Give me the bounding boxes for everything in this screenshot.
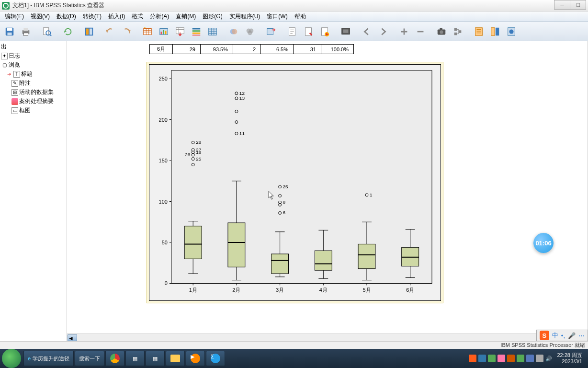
taskbar-media[interactable]: ▶ <box>186 351 205 366</box>
mic-icon[interactable]: 🎤 <box>568 332 576 339</box>
arrow-left-icon[interactable] <box>359 24 374 39</box>
menu-transform[interactable]: 转换(T) <box>80 12 104 22</box>
ime-punct[interactable]: •, <box>561 332 565 339</box>
outline-browse[interactable]: ▢浏览 <box>1 60 66 69</box>
notes-icon: ✎ <box>11 80 18 87</box>
redo-icon[interactable] <box>119 24 134 39</box>
svg-rect-44 <box>491 27 495 35</box>
print-icon[interactable] <box>18 24 34 39</box>
sogou-icon[interactable]: S <box>540 331 549 340</box>
menu-graphs[interactable]: 图形(G) <box>200 12 225 22</box>
table-cell: 6.5% <box>261 45 294 54</box>
system-tray[interactable]: 🔊 22:28 周五 2023/3/1 <box>466 352 588 365</box>
minimize-button[interactable]: ─ <box>554 0 570 10</box>
data-list-icon[interactable] <box>189 24 204 39</box>
taskbar-chrome[interactable] <box>105 351 124 366</box>
tray-icon[interactable] <box>488 355 496 362</box>
svg-rect-83 <box>228 223 245 267</box>
reload-icon[interactable] <box>60 24 76 39</box>
taskbar-grid2[interactable]: ▦ <box>146 351 165 366</box>
menu-window[interactable]: 窗口(W) <box>264 12 290 22</box>
grid-icon: ▦ <box>133 356 137 362</box>
menu-analyze[interactable]: 分析(A) <box>147 12 172 22</box>
svg-point-47 <box>509 29 513 34</box>
grid-icon: ▦ <box>153 356 158 362</box>
venn-icon[interactable] <box>226 24 241 39</box>
insert-table-icon[interactable] <box>140 24 155 39</box>
timer-badge[interactable]: 01:06 <box>533 233 554 253</box>
taskbar-search[interactable]: 搜索一下 <box>75 351 104 366</box>
tray-volume-icon[interactable]: 🔊 <box>545 356 552 362</box>
venn3-icon[interactable] <box>242 24 258 39</box>
svg-rect-5 <box>23 33 28 35</box>
taskbar-grid1[interactable]: ▦ <box>125 351 145 366</box>
tray-icon[interactable] <box>478 355 486 362</box>
menu-help[interactable]: 帮助 <box>292 12 309 22</box>
maximize-button[interactable]: ☐ <box>570 0 586 10</box>
undo-icon[interactable] <box>102 24 118 39</box>
svg-point-38 <box>440 30 443 34</box>
menu-edit[interactable]: 编辑(E) <box>2 12 27 22</box>
boxplot-chart[interactable]: 0501001502002501月2月3月4月5月6月2827182625121… <box>147 62 443 303</box>
tray-sogou-icon[interactable] <box>469 355 476 362</box>
data-down-icon[interactable] <box>172 24 188 39</box>
scroll-left-icon[interactable]: ◄ <box>68 334 77 341</box>
menu-format[interactable]: 格式 <box>129 12 146 22</box>
doc-icon[interactable] <box>284 24 300 39</box>
designate-icon[interactable] <box>263 24 279 39</box>
menu-util[interactable]: 实用程序(U) <box>226 12 263 22</box>
outline-log[interactable]: ✦日志 <box>1 51 66 60</box>
outline-dataset[interactable]: ⊞活动的数据集 <box>1 88 66 97</box>
tree-icon[interactable] <box>450 24 465 39</box>
ime-more-icon[interactable]: ⋯ <box>578 332 585 339</box>
taskbar-spss[interactable]: Σ <box>206 351 225 366</box>
svg-rect-77 <box>184 226 202 259</box>
ime-lang[interactable]: 中 <box>552 331 558 340</box>
outline-pane[interactable]: 出 ✦日志 ▢浏览 ➔T标题 ✎附注 ⊞活动的数据集 案例处理摘要 ▭框图 <box>0 41 67 341</box>
output-page-icon[interactable] <box>504 24 519 39</box>
goto-case-icon[interactable] <box>81 24 97 39</box>
taskbar-ie[interactable]: e 学历提升的途径 <box>23 351 74 366</box>
save-icon[interactable] <box>2 24 17 39</box>
title-bar: 文档1] - IBM SPSS Statistics 查看器 ─ ☐ <box>0 0 588 12</box>
menu-data[interactable]: 数据(D) <box>54 12 79 22</box>
tray-flag-icon[interactable] <box>536 355 543 362</box>
menu-view[interactable]: 视图(V) <box>28 12 53 22</box>
taskbar-clock[interactable]: 22:28 周五 2023/3/1 <box>554 352 585 365</box>
outline-title[interactable]: ➔T标题 <box>1 69 66 79</box>
data-select-icon[interactable] <box>205 24 220 39</box>
screen-icon[interactable] <box>338 24 353 39</box>
minus-icon[interactable] <box>413 24 428 39</box>
table-row-label: 6月 <box>150 45 173 54</box>
outline-out[interactable]: 出 <box>1 42 66 51</box>
outline-boxplot[interactable]: ▭框图 <box>1 106 66 115</box>
taskbar-explorer[interactable] <box>166 351 185 366</box>
outline-caseproc[interactable]: 案例处理摘要 <box>1 97 66 106</box>
menu-insert[interactable]: 插入(I) <box>105 12 128 22</box>
horizontal-scrollbar[interactable]: ◄ ► <box>67 334 588 341</box>
svg-text:150: 150 <box>159 158 168 163</box>
camera-icon[interactable] <box>434 24 449 39</box>
arrow-right-icon[interactable] <box>375 24 391 39</box>
svg-text:3月: 3月 <box>276 287 284 293</box>
ime-bar[interactable]: S 中 •, 🎤 ⋯ <box>536 330 588 341</box>
plus-icon[interactable] <box>396 24 412 39</box>
status-bar: IBM SPSS Statistics Processor 就绪 <box>0 341 588 349</box>
doc-run-icon[interactable] <box>317 24 332 39</box>
preview-icon[interactable] <box>39 24 55 39</box>
insert-chart-icon[interactable] <box>156 24 171 39</box>
tray-icon[interactable] <box>498 355 505 362</box>
table-cell: 31 <box>294 45 321 54</box>
outline-notes[interactable]: ✎附注 <box>1 79 66 88</box>
start-button[interactable] <box>2 349 21 368</box>
folder-icon: ▢ <box>1 62 8 69</box>
tray-network-icon[interactable] <box>526 355 534 362</box>
svg-rect-95 <box>315 251 332 270</box>
output-split-icon[interactable] <box>487 24 503 39</box>
summary-table[interactable]: 6月 29 93.5% 2 6.5% 31 100.0% <box>149 44 588 54</box>
output-list-icon[interactable] <box>471 24 486 39</box>
doc-edit-icon[interactable] <box>301 24 316 39</box>
tray-icon[interactable] <box>517 355 524 362</box>
tray-shield-icon[interactable] <box>507 355 515 362</box>
menu-direct[interactable]: 直销(M) <box>173 12 199 22</box>
